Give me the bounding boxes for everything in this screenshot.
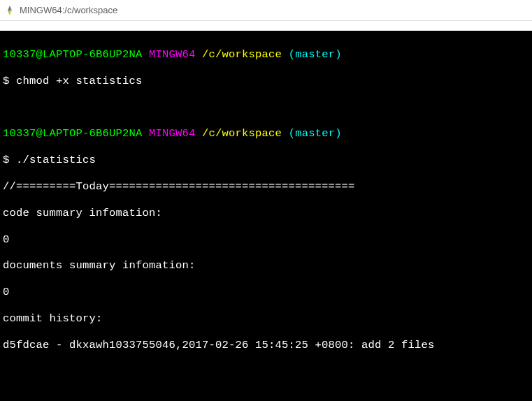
- app-icon: [4, 5, 15, 16]
- svg-marker-3: [10, 10, 12, 15]
- window-title-bar: MINGW64:/c/workspace: [0, 0, 532, 21]
- prompt-symbol: $: [3, 154, 10, 166]
- env-label: MINGW64: [149, 127, 196, 140]
- branch: (master): [289, 127, 342, 140]
- user-host: 10337@LAPTOP-6B6UP2NA: [3, 48, 143, 61]
- prompt-line-2: 10337@LAPTOP-6B6UP2NA MINGW64 /c/workspa…: [0, 127, 532, 140]
- output-line: commit history:: [0, 312, 532, 326]
- cwd: /c/workspace: [202, 48, 282, 61]
- svg-marker-0: [10, 6, 12, 10]
- svg-marker-2: [8, 10, 10, 15]
- window-title: MINGW64:/c/workspace: [20, 5, 117, 15]
- blank-line: [0, 391, 532, 401]
- output-line: 0: [0, 233, 532, 247]
- prompt-line-1: 10337@LAPTOP-6B6UP2NA MINGW64 /c/workspa…: [0, 48, 532, 61]
- blank-line: [0, 101, 532, 115]
- cwd: /c/workspace: [202, 127, 282, 140]
- terminal-area[interactable]: 10337@LAPTOP-6B6UP2NA MINGW64 /c/workspa…: [0, 31, 532, 401]
- svg-marker-1: [8, 6, 10, 10]
- command-line-2: $ ./statistics: [0, 154, 532, 167]
- command-text: ./statistics: [16, 154, 96, 166]
- output-line: documents summary infomation:: [0, 259, 532, 272]
- command-line-1: $ chmod +x statistics: [0, 75, 532, 88]
- env-label: MINGW64: [149, 48, 196, 61]
- command-text: chmod +x statistics: [16, 75, 143, 87]
- output-line: //=========Today========================…: [0, 180, 532, 194]
- prompt-symbol: $: [3, 75, 10, 87]
- output-line: d5fdcae - dkxawh1033755046,2017-02-26 15…: [0, 339, 532, 352]
- user-host: 10337@LAPTOP-6B6UP2NA: [3, 127, 143, 140]
- output-line: code summary infomation:: [0, 207, 532, 220]
- branch: (master): [289, 48, 342, 61]
- output-line: 0: [0, 286, 532, 299]
- blank-line: [0, 365, 532, 379]
- title-gap: [0, 21, 532, 31]
